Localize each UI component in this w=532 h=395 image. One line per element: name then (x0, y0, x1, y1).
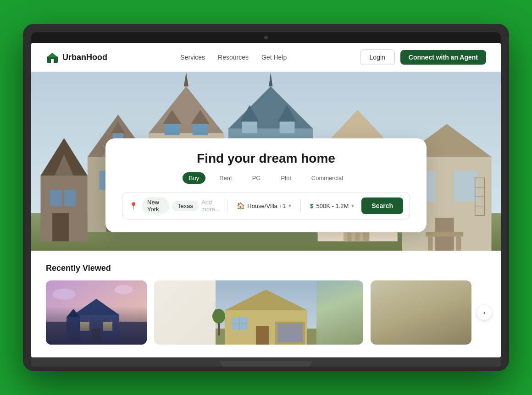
svg-rect-10 (52, 213, 69, 241)
laptop-base (31, 357, 501, 367)
add-more-locations[interactable]: Add more... (201, 199, 222, 213)
svg-rect-52 (454, 171, 477, 202)
search-tabs: Buy Rent PG Plot Commercial (122, 172, 410, 184)
search-location: 📍 New York Texas Add more... (129, 197, 222, 214)
next-arrow-button[interactable]: › (477, 305, 492, 320)
nav-actions: Login Connect with an Agent (360, 49, 486, 65)
hero-search-card: Find your dream home Buy Rent PG Plot Co… (105, 138, 427, 232)
svg-rect-55 (428, 236, 432, 251)
tab-commercial[interactable]: Commercial (305, 172, 349, 184)
laptop-frame: UrbanHood Services Resources Get Help Lo… (23, 24, 509, 371)
camera-dot (264, 36, 268, 39)
svg-rect-2 (51, 59, 54, 63)
login-button[interactable]: Login (360, 49, 395, 65)
tab-plot[interactable]: Plot (274, 172, 297, 184)
tab-pg[interactable]: PG (246, 172, 267, 184)
location-texas[interactable]: Texas (172, 201, 199, 211)
search-button[interactable]: Search (361, 198, 403, 214)
search-bar: 📍 New York Texas Add more... 🏠 House/Vil… (122, 192, 410, 219)
recently-viewed-title: Recently Viewed (46, 263, 486, 273)
location-new-york[interactable]: New York (142, 197, 169, 214)
logo-icon (46, 51, 59, 64)
nav-links: Services Resources Get Help (180, 54, 287, 61)
property-cards-row: › (46, 280, 486, 345)
connect-agent-button[interactable]: Connect with an Agent (400, 50, 486, 65)
hero-title: Find your dream home (122, 151, 410, 166)
svg-rect-8 (50, 190, 62, 206)
divider-1 (227, 199, 227, 212)
tab-rent[interactable]: Rent (213, 172, 238, 184)
svg-marker-1 (47, 53, 58, 57)
property-type-filter[interactable]: 🏠 House/Villa +1 ▾ (233, 202, 295, 209)
svg-rect-9 (64, 190, 76, 206)
price-filter[interactable]: $ 500K - 1.2M ▾ (306, 203, 358, 209)
laptop-screen: UrbanHood Services Resources Get Help Lo… (31, 32, 501, 357)
nav-get-help[interactable]: Get Help (261, 54, 287, 61)
chevron-right-icon: › (483, 309, 486, 316)
house-icon: 🏠 (237, 202, 244, 209)
nav-resources[interactable]: Resources (218, 54, 249, 61)
browser-content: UrbanHood Services Resources Get Help Lo… (31, 43, 501, 357)
svg-rect-24 (193, 124, 208, 136)
svg-rect-54 (426, 232, 463, 236)
price-chevron-icon: ▾ (351, 203, 354, 209)
nav-services[interactable]: Services (180, 54, 205, 61)
divider-2 (300, 199, 301, 212)
svg-rect-32 (242, 121, 257, 133)
camera-notch (31, 32, 501, 43)
navbar: UrbanHood Services Resources Get Help Lo… (31, 43, 501, 72)
dollar-icon: $ (310, 203, 313, 209)
svg-rect-34 (280, 121, 295, 133)
logo-text: UrbanHood (62, 53, 107, 62)
tab-buy[interactable]: Buy (183, 172, 205, 184)
recently-viewed-section: Recently Viewed (31, 251, 501, 357)
hero-section: Find your dream home Buy Rent PG Plot Co… (31, 72, 501, 251)
pin-icon: 📍 (129, 202, 138, 210)
chevron-down-icon: ▾ (288, 203, 291, 209)
price-range-text: 500K - 1.2M (316, 203, 349, 209)
svg-rect-22 (165, 124, 180, 136)
location-tags: New York Texas Add more... (142, 197, 222, 214)
laptop-stand (220, 361, 312, 367)
logo-area: UrbanHood (46, 51, 107, 64)
svg-rect-56 (456, 236, 461, 251)
laptop-foot (31, 367, 501, 371)
property-type-text: House/Villa +1 (247, 203, 286, 209)
property-card-4[interactable] (371, 280, 471, 345)
